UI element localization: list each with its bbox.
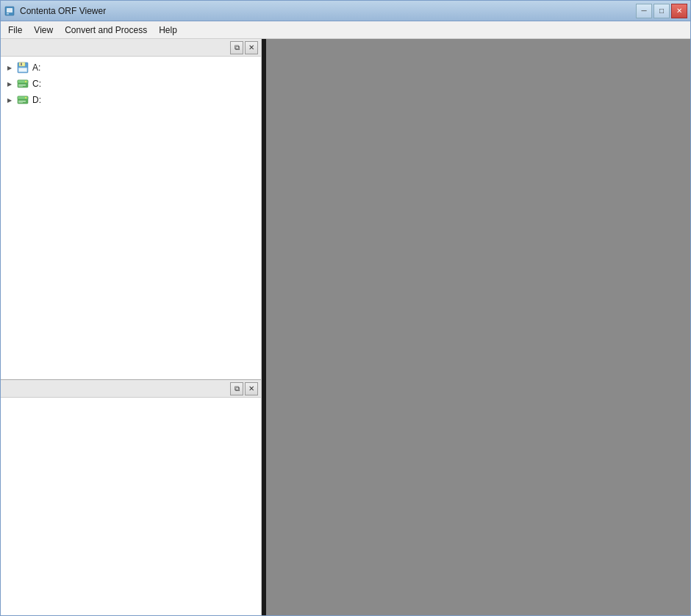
svg-point-15 (25, 97, 26, 99)
maximize-button[interactable]: □ (654, 4, 670, 18)
top-pane-toolbar: ⧉ ✕ (1, 39, 261, 57)
svg-rect-5 (21, 63, 22, 66)
tree-item-d[interactable]: ▶ D: (1, 92, 261, 108)
hdd-icon-c (15, 77, 30, 90)
tree-item-c[interactable]: ▶ C: (1, 76, 261, 92)
floppy-icon (15, 61, 30, 74)
svg-rect-17 (18, 102, 23, 103)
main-content: ⧉ ✕ ▶ (1, 39, 690, 615)
title-bar-left: Contenta ORF Viewer (4, 5, 106, 17)
tree-label-a: A: (32, 62, 40, 73)
title-bar-controls: ─ □ ✕ (636, 4, 687, 18)
expand-icon-d[interactable]: ▶ (4, 94, 15, 106)
svg-rect-2 (7, 13, 9, 15)
preview-pane: ⧉ ✕ (1, 380, 261, 615)
svg-rect-11 (18, 85, 26, 86)
menu-view[interactable]: View (28, 24, 59, 37)
tree-item-a[interactable]: ▶ A: (1, 60, 261, 76)
left-panel: ⧉ ✕ ▶ (1, 39, 262, 615)
menu-file[interactable]: File (2, 24, 28, 37)
main-window: Contenta ORF Viewer ─ □ ✕ File View Conv… (0, 0, 691, 616)
expand-icon-c[interactable]: ▶ (4, 78, 15, 90)
svg-rect-16 (18, 101, 26, 102)
top-pane-restore-button[interactable]: ⧉ (230, 41, 243, 54)
svg-rect-7 (19, 68, 26, 71)
bottom-pane-restore-button[interactable]: ⧉ (230, 382, 243, 395)
menu-help[interactable]: Help (153, 24, 183, 37)
menu-convert[interactable]: Convert and Process (59, 24, 153, 37)
top-pane-close-button[interactable]: ✕ (245, 41, 258, 54)
svg-rect-12 (18, 86, 23, 87)
preview-content (1, 398, 261, 615)
tree-label-d: D: (32, 95, 41, 105)
bottom-pane-close-button[interactable]: ✕ (245, 382, 258, 395)
hdd-icon-d (15, 93, 30, 107)
window-title: Contenta ORF Viewer (20, 6, 106, 16)
title-bar: Contenta ORF Viewer ─ □ ✕ (1, 1, 690, 21)
expand-icon-a[interactable]: ▶ (4, 62, 15, 74)
close-button[interactable]: ✕ (671, 4, 687, 18)
right-panel (266, 39, 690, 615)
tree-label-c: C: (32, 79, 41, 89)
svg-point-10 (25, 81, 26, 82)
minimize-button[interactable]: ─ (636, 4, 652, 18)
file-tree-pane: ⧉ ✕ ▶ (1, 39, 261, 380)
app-icon (4, 5, 15, 17)
file-tree[interactable]: ▶ A: (1, 57, 261, 379)
menu-bar: File View Convert and Process Help (1, 21, 690, 39)
bottom-pane-toolbar: ⧉ ✕ (1, 380, 261, 398)
svg-rect-1 (7, 8, 12, 12)
